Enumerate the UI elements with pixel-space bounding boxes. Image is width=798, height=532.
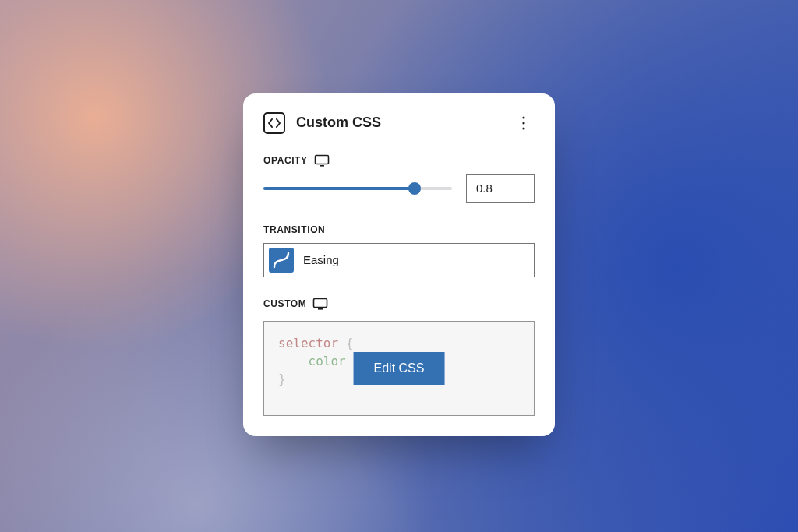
custom-css-panel: Custom CSS OPACITY (243, 93, 555, 436)
easing-curve-icon (269, 248, 294, 273)
custom-label: CUSTOM (263, 298, 306, 309)
svg-rect-5 (314, 298, 327, 307)
svg-rect-6 (318, 308, 323, 310)
desktop-icon[interactable] (312, 298, 328, 310)
more-options-button[interactable] (513, 112, 535, 134)
slider-fill (263, 187, 415, 190)
slider-track (263, 187, 452, 190)
opacity-section: OPACITY 0.8 (263, 154, 535, 203)
svg-point-0 (522, 116, 524, 118)
opacity-control-row: 0.8 (263, 174, 535, 203)
opacity-label: OPACITY (263, 155, 308, 166)
custom-label-row: CUSTOM (263, 298, 535, 310)
custom-section: CUSTOM selector { color } Edit CSS (263, 298, 535, 416)
transition-value: Easing (303, 253, 339, 266)
css-code-preview[interactable]: selector { color } Edit CSS (263, 321, 535, 416)
svg-point-1 (522, 122, 524, 124)
svg-point-2 (522, 127, 524, 129)
panel-header: Custom CSS (263, 112, 535, 134)
edit-css-button[interactable]: Edit CSS (354, 352, 445, 385)
opacity-label-row: OPACITY (263, 154, 535, 167)
svg-rect-3 (315, 155, 328, 164)
code-line: selector { (278, 334, 520, 352)
transition-section: TRANSITION Easing (263, 224, 535, 277)
code-icon (263, 112, 285, 134)
opacity-slider[interactable] (263, 182, 452, 195)
more-vertical-icon (522, 116, 525, 130)
transition-field[interactable]: Easing (263, 243, 535, 277)
slider-thumb[interactable] (408, 182, 421, 195)
desktop-icon[interactable] (314, 154, 330, 167)
transition-label: TRANSITION (263, 224, 325, 235)
opacity-value-input[interactable]: 0.8 (466, 174, 535, 203)
svg-rect-4 (320, 165, 324, 167)
transition-label-row: TRANSITION (263, 224, 535, 235)
panel-title: Custom CSS (296, 115, 502, 131)
